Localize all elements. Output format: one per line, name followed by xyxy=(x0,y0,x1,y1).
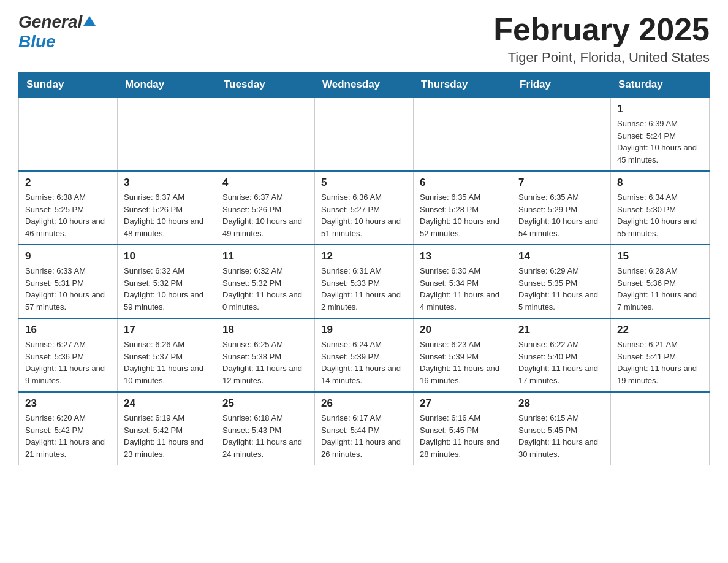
calendar-cell: 3Sunrise: 6:37 AMSunset: 5:26 PMDaylight… xyxy=(118,171,216,245)
day-number: 18 xyxy=(222,324,308,336)
calendar-cell: 1Sunrise: 6:39 AMSunset: 5:24 PMDaylight… xyxy=(611,98,710,171)
day-number: 27 xyxy=(420,397,506,410)
day-number: 7 xyxy=(518,177,604,189)
calendar-cell xyxy=(19,98,118,171)
day-number: 4 xyxy=(222,177,308,189)
calendar-weekday-monday: Monday xyxy=(118,72,216,98)
calendar-cell: 28Sunrise: 6:15 AMSunset: 5:45 PMDayligh… xyxy=(512,392,611,465)
calendar-cell: 14Sunrise: 6:29 AMSunset: 5:35 PMDayligh… xyxy=(512,245,611,318)
day-info: Sunrise: 6:25 AMSunset: 5:38 PMDaylight:… xyxy=(222,339,308,386)
day-info: Sunrise: 6:36 AMSunset: 5:27 PMDaylight:… xyxy=(321,191,407,239)
calendar-cell: 17Sunrise: 6:26 AMSunset: 5:37 PMDayligh… xyxy=(118,318,216,392)
day-number: 28 xyxy=(518,397,604,410)
day-info: Sunrise: 6:24 AMSunset: 5:39 PMDaylight:… xyxy=(321,339,407,386)
day-info: Sunrise: 6:38 AMSunset: 5:25 PMDaylight:… xyxy=(25,191,111,239)
calendar-cell xyxy=(118,98,216,171)
calendar-cell: 23Sunrise: 6:20 AMSunset: 5:42 PMDayligh… xyxy=(19,392,118,465)
day-info: Sunrise: 6:22 AMSunset: 5:40 PMDaylight:… xyxy=(518,339,604,386)
calendar-cell xyxy=(512,98,611,171)
calendar-cell: 21Sunrise: 6:22 AMSunset: 5:40 PMDayligh… xyxy=(512,318,611,392)
calendar-cell: 7Sunrise: 6:35 AMSunset: 5:29 PMDaylight… xyxy=(512,171,611,245)
day-number: 15 xyxy=(617,250,703,262)
location-title: Tiger Point, Florida, United States xyxy=(493,50,710,66)
calendar-cell: 24Sunrise: 6:19 AMSunset: 5:42 PMDayligh… xyxy=(118,392,216,465)
calendar-cell: 12Sunrise: 6:31 AMSunset: 5:33 PMDayligh… xyxy=(315,245,414,318)
day-info: Sunrise: 6:18 AMSunset: 5:43 PMDaylight:… xyxy=(222,412,308,460)
day-number: 20 xyxy=(420,324,506,336)
calendar-cell: 8Sunrise: 6:34 AMSunset: 5:30 PMDaylight… xyxy=(611,171,710,245)
title-section: February 2025 Tiger Point, Florida, Unit… xyxy=(493,12,710,66)
calendar-cell: 9Sunrise: 6:33 AMSunset: 5:31 PMDaylight… xyxy=(19,245,118,318)
day-info: Sunrise: 6:26 AMSunset: 5:37 PMDaylight:… xyxy=(124,339,210,386)
day-number: 22 xyxy=(617,324,703,336)
day-number: 25 xyxy=(222,397,308,410)
logo-triangle-icon xyxy=(83,15,96,27)
calendar-week-row: 23Sunrise: 6:20 AMSunset: 5:42 PMDayligh… xyxy=(19,392,710,465)
calendar-cell: 18Sunrise: 6:25 AMSunset: 5:38 PMDayligh… xyxy=(216,318,315,392)
day-info: Sunrise: 6:32 AMSunset: 5:32 PMDaylight:… xyxy=(222,265,308,313)
calendar-weekday-wednesday: Wednesday xyxy=(315,72,414,98)
calendar-cell: 10Sunrise: 6:32 AMSunset: 5:32 PMDayligh… xyxy=(118,245,216,318)
day-info: Sunrise: 6:17 AMSunset: 5:44 PMDaylight:… xyxy=(321,412,407,460)
day-info: Sunrise: 6:29 AMSunset: 5:35 PMDaylight:… xyxy=(518,265,604,313)
calendar-cell: 15Sunrise: 6:28 AMSunset: 5:36 PMDayligh… xyxy=(611,245,710,318)
day-number: 3 xyxy=(124,177,210,189)
calendar-weekday-sunday: Sunday xyxy=(19,72,118,98)
day-number: 11 xyxy=(222,250,308,262)
calendar-cell: 19Sunrise: 6:24 AMSunset: 5:39 PMDayligh… xyxy=(315,318,414,392)
day-info: Sunrise: 6:15 AMSunset: 5:45 PMDaylight:… xyxy=(518,412,604,460)
calendar-cell: 25Sunrise: 6:18 AMSunset: 5:43 PMDayligh… xyxy=(216,392,315,465)
day-info: Sunrise: 6:34 AMSunset: 5:30 PMDaylight:… xyxy=(617,191,703,239)
day-number: 24 xyxy=(124,397,210,410)
calendar-table: SundayMondayTuesdayWednesdayThursdayFrid… xyxy=(18,72,710,465)
day-number: 1 xyxy=(617,103,703,115)
day-number: 23 xyxy=(25,397,111,410)
day-info: Sunrise: 6:28 AMSunset: 5:36 PMDaylight:… xyxy=(617,265,703,313)
day-number: 26 xyxy=(321,397,407,410)
day-number: 16 xyxy=(25,324,111,336)
day-number: 5 xyxy=(321,177,407,189)
day-number: 19 xyxy=(321,324,407,336)
day-info: Sunrise: 6:27 AMSunset: 5:36 PMDaylight:… xyxy=(25,339,111,386)
logo: General Blue xyxy=(18,12,96,52)
calendar-header-row: SundayMondayTuesdayWednesdayThursdayFrid… xyxy=(19,72,710,98)
month-title: February 2025 xyxy=(493,12,710,47)
calendar-weekday-saturday: Saturday xyxy=(611,72,710,98)
day-info: Sunrise: 6:37 AMSunset: 5:26 PMDaylight:… xyxy=(124,191,210,239)
day-number: 21 xyxy=(518,324,604,336)
svg-marker-0 xyxy=(83,16,96,26)
calendar-cell: 27Sunrise: 6:16 AMSunset: 5:45 PMDayligh… xyxy=(414,392,512,465)
calendar-cell: 22Sunrise: 6:21 AMSunset: 5:41 PMDayligh… xyxy=(611,318,710,392)
calendar-week-row: 16Sunrise: 6:27 AMSunset: 5:36 PMDayligh… xyxy=(19,318,710,392)
calendar-cell: 6Sunrise: 6:35 AMSunset: 5:28 PMDaylight… xyxy=(414,171,512,245)
day-info: Sunrise: 6:39 AMSunset: 5:24 PMDaylight:… xyxy=(617,118,703,166)
day-info: Sunrise: 6:35 AMSunset: 5:28 PMDaylight:… xyxy=(420,191,506,239)
calendar-cell: 4Sunrise: 6:37 AMSunset: 5:26 PMDaylight… xyxy=(216,171,315,245)
day-info: Sunrise: 6:37 AMSunset: 5:26 PMDaylight:… xyxy=(222,191,308,239)
day-number: 10 xyxy=(124,250,210,262)
calendar-weekday-tuesday: Tuesday xyxy=(216,72,315,98)
day-info: Sunrise: 6:21 AMSunset: 5:41 PMDaylight:… xyxy=(617,339,703,386)
calendar-cell: 26Sunrise: 6:17 AMSunset: 5:44 PMDayligh… xyxy=(315,392,414,465)
calendar-cell: 11Sunrise: 6:32 AMSunset: 5:32 PMDayligh… xyxy=(216,245,315,318)
calendar-week-row: 9Sunrise: 6:33 AMSunset: 5:31 PMDaylight… xyxy=(19,245,710,318)
calendar-cell xyxy=(414,98,512,171)
calendar-weekday-friday: Friday xyxy=(512,72,611,98)
day-info: Sunrise: 6:19 AMSunset: 5:42 PMDaylight:… xyxy=(124,412,210,460)
calendar-cell: 16Sunrise: 6:27 AMSunset: 5:36 PMDayligh… xyxy=(19,318,118,392)
calendar-cell: 13Sunrise: 6:30 AMSunset: 5:34 PMDayligh… xyxy=(414,245,512,318)
logo-general-text: General xyxy=(18,12,82,32)
calendar-cell: 20Sunrise: 6:23 AMSunset: 5:39 PMDayligh… xyxy=(414,318,512,392)
day-info: Sunrise: 6:23 AMSunset: 5:39 PMDaylight:… xyxy=(420,339,506,386)
calendar-week-row: 1Sunrise: 6:39 AMSunset: 5:24 PMDaylight… xyxy=(19,98,710,171)
day-info: Sunrise: 6:30 AMSunset: 5:34 PMDaylight:… xyxy=(420,265,506,313)
day-number: 6 xyxy=(420,177,506,189)
day-number: 9 xyxy=(25,250,111,262)
day-info: Sunrise: 6:16 AMSunset: 5:45 PMDaylight:… xyxy=(420,412,506,460)
page-header: General Blue February 2025 Tiger Point, … xyxy=(18,12,710,66)
day-info: Sunrise: 6:33 AMSunset: 5:31 PMDaylight:… xyxy=(25,265,111,313)
day-info: Sunrise: 6:32 AMSunset: 5:32 PMDaylight:… xyxy=(124,265,210,313)
day-info: Sunrise: 6:31 AMSunset: 5:33 PMDaylight:… xyxy=(321,265,407,313)
day-number: 13 xyxy=(420,250,506,262)
calendar-cell: 2Sunrise: 6:38 AMSunset: 5:25 PMDaylight… xyxy=(19,171,118,245)
